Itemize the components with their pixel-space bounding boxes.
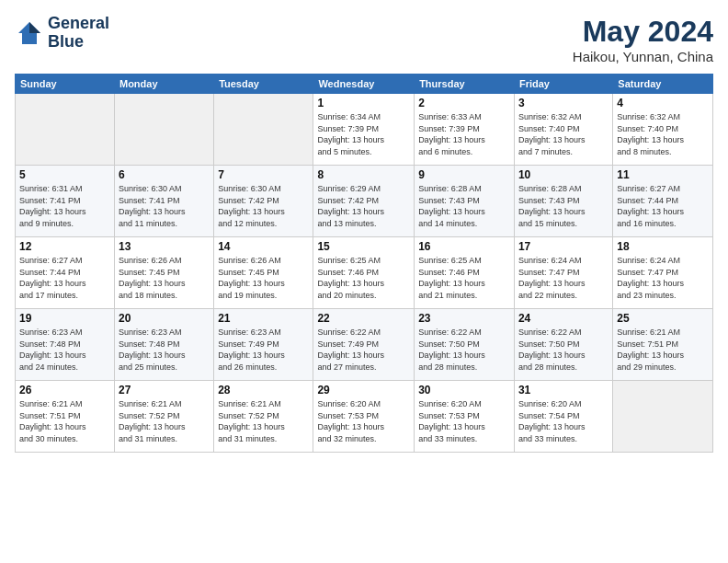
calendar-day-header: Tuesday	[214, 75, 313, 94]
month-year: May 2024	[573, 15, 713, 49]
day-info: Sunrise: 6:22 AM Sunset: 7:50 PM Dayligh…	[418, 327, 510, 373]
day-info: Sunrise: 6:26 AM Sunset: 7:45 PM Dayligh…	[218, 255, 309, 301]
calendar-cell: 7Sunrise: 6:30 AM Sunset: 7:42 PM Daylig…	[214, 166, 313, 237]
day-info: Sunrise: 6:20 AM Sunset: 7:54 PM Dayligh…	[518, 398, 609, 444]
day-number: 20	[119, 312, 210, 325]
day-number: 4	[617, 97, 709, 109]
calendar-cell: 5Sunrise: 6:31 AM Sunset: 7:41 PM Daylig…	[16, 166, 115, 237]
day-info: Sunrise: 6:30 AM Sunset: 7:42 PM Dayligh…	[218, 183, 309, 229]
calendar-cell	[16, 94, 115, 166]
location: Haikou, Yunnan, China	[573, 49, 713, 64]
calendar-cell: 14Sunrise: 6:26 AM Sunset: 7:45 PM Dayli…	[214, 237, 313, 309]
day-info: Sunrise: 6:25 AM Sunset: 7:46 PM Dayligh…	[317, 255, 410, 301]
day-number: 16	[418, 240, 510, 253]
day-number: 24	[518, 312, 609, 325]
calendar-day-header: Monday	[114, 75, 213, 94]
day-number: 30	[418, 384, 510, 396]
day-number: 28	[218, 384, 309, 396]
calendar-cell: 10Sunrise: 6:28 AM Sunset: 7:43 PM Dayli…	[514, 166, 612, 237]
day-info: Sunrise: 6:28 AM Sunset: 7:43 PM Dayligh…	[418, 183, 510, 229]
calendar-cell: 19Sunrise: 6:23 AM Sunset: 7:48 PM Dayli…	[16, 309, 115, 381]
calendar-page: General Blue May 2024 Haikou, Yunnan, Ch…	[0, 0, 728, 563]
day-info: Sunrise: 6:32 AM Sunset: 7:40 PM Dayligh…	[617, 111, 709, 157]
day-info: Sunrise: 6:30 AM Sunset: 7:41 PM Dayligh…	[119, 183, 210, 229]
calendar-cell: 23Sunrise: 6:22 AM Sunset: 7:50 PM Dayli…	[415, 309, 515, 381]
day-number: 21	[218, 312, 309, 325]
calendar-day-header: Wednesday	[313, 75, 415, 94]
calendar-cell: 29Sunrise: 6:20 AM Sunset: 7:53 PM Dayli…	[313, 381, 415, 453]
day-number: 31	[518, 384, 609, 396]
day-info: Sunrise: 6:21 AM Sunset: 7:51 PM Dayligh…	[19, 398, 110, 444]
day-info: Sunrise: 6:24 AM Sunset: 7:47 PM Dayligh…	[518, 255, 609, 301]
day-number: 1	[317, 97, 410, 109]
calendar-cell: 1Sunrise: 6:34 AM Sunset: 7:39 PM Daylig…	[313, 94, 415, 166]
day-info: Sunrise: 6:20 AM Sunset: 7:53 PM Dayligh…	[317, 398, 410, 444]
calendar-cell: 22Sunrise: 6:22 AM Sunset: 7:49 PM Dayli…	[313, 309, 415, 381]
day-info: Sunrise: 6:22 AM Sunset: 7:50 PM Dayligh…	[518, 327, 609, 373]
calendar-cell: 6Sunrise: 6:30 AM Sunset: 7:41 PM Daylig…	[114, 166, 213, 237]
day-info: Sunrise: 6:29 AM Sunset: 7:42 PM Dayligh…	[317, 183, 410, 229]
calendar-cell	[613, 381, 713, 453]
calendar-cell: 15Sunrise: 6:25 AM Sunset: 7:46 PM Dayli…	[313, 237, 415, 309]
calendar-day-header: Friday	[514, 75, 612, 94]
day-number: 5	[19, 168, 110, 181]
day-info: Sunrise: 6:33 AM Sunset: 7:39 PM Dayligh…	[418, 111, 510, 157]
calendar-cell: 8Sunrise: 6:29 AM Sunset: 7:42 PM Daylig…	[313, 166, 415, 237]
day-number: 9	[418, 168, 510, 181]
day-info: Sunrise: 6:23 AM Sunset: 7:48 PM Dayligh…	[19, 327, 110, 373]
day-number: 6	[119, 168, 210, 181]
calendar-cell: 25Sunrise: 6:21 AM Sunset: 7:51 PM Dayli…	[613, 309, 713, 381]
day-info: Sunrise: 6:28 AM Sunset: 7:43 PM Dayligh…	[518, 183, 609, 229]
calendar-cell: 9Sunrise: 6:28 AM Sunset: 7:43 PM Daylig…	[415, 166, 515, 237]
calendar-table: SundayMondayTuesdayWednesdayThursdayFrid…	[15, 74, 713, 453]
day-info: Sunrise: 6:34 AM Sunset: 7:39 PM Dayligh…	[317, 111, 410, 157]
calendar-cell: 30Sunrise: 6:20 AM Sunset: 7:53 PM Dayli…	[415, 381, 515, 453]
calendar-cell: 2Sunrise: 6:33 AM Sunset: 7:39 PM Daylig…	[415, 94, 515, 166]
calendar-cell: 20Sunrise: 6:23 AM Sunset: 7:48 PM Dayli…	[114, 309, 213, 381]
day-info: Sunrise: 6:27 AM Sunset: 7:44 PM Dayligh…	[617, 183, 709, 229]
day-number: 19	[19, 312, 110, 325]
day-info: Sunrise: 6:23 AM Sunset: 7:49 PM Dayligh…	[218, 327, 309, 373]
calendar-cell: 11Sunrise: 6:27 AM Sunset: 7:44 PM Dayli…	[613, 166, 713, 237]
calendar-cell: 12Sunrise: 6:27 AM Sunset: 7:44 PM Dayli…	[16, 237, 115, 309]
calendar-cell: 31Sunrise: 6:20 AM Sunset: 7:54 PM Dayli…	[514, 381, 612, 453]
calendar-cell: 26Sunrise: 6:21 AM Sunset: 7:51 PM Dayli…	[16, 381, 115, 453]
header: General Blue May 2024 Haikou, Yunnan, Ch…	[15, 15, 713, 64]
calendar-cell: 3Sunrise: 6:32 AM Sunset: 7:40 PM Daylig…	[514, 94, 612, 166]
day-number: 18	[617, 240, 709, 253]
day-number: 3	[518, 97, 609, 109]
day-number: 15	[317, 240, 410, 253]
calendar-day-header: Sunday	[16, 75, 115, 94]
calendar-week-row: 5Sunrise: 6:31 AM Sunset: 7:41 PM Daylig…	[16, 166, 713, 237]
title-block: May 2024 Haikou, Yunnan, China	[573, 15, 713, 64]
day-number: 7	[218, 168, 309, 181]
day-info: Sunrise: 6:23 AM Sunset: 7:48 PM Dayligh…	[119, 327, 210, 373]
calendar-cell: 21Sunrise: 6:23 AM Sunset: 7:49 PM Dayli…	[214, 309, 313, 381]
day-info: Sunrise: 6:21 AM Sunset: 7:51 PM Dayligh…	[617, 327, 709, 373]
calendar-cell	[114, 94, 213, 166]
calendar-week-row: 26Sunrise: 6:21 AM Sunset: 7:51 PM Dayli…	[16, 381, 713, 453]
day-number: 2	[418, 97, 510, 109]
day-info: Sunrise: 6:26 AM Sunset: 7:45 PM Dayligh…	[119, 255, 210, 301]
day-info: Sunrise: 6:31 AM Sunset: 7:41 PM Dayligh…	[19, 183, 110, 229]
logo-icon	[15, 18, 44, 48]
logo: General Blue	[15, 15, 109, 52]
day-number: 8	[317, 168, 410, 181]
day-number: 13	[119, 240, 210, 253]
day-info: Sunrise: 6:24 AM Sunset: 7:47 PM Dayligh…	[617, 255, 709, 301]
calendar-cell: 17Sunrise: 6:24 AM Sunset: 7:47 PM Dayli…	[514, 237, 612, 309]
day-number: 22	[317, 312, 410, 325]
day-number: 12	[19, 240, 110, 253]
calendar-cell: 28Sunrise: 6:21 AM Sunset: 7:52 PM Dayli…	[214, 381, 313, 453]
calendar-week-row: 19Sunrise: 6:23 AM Sunset: 7:48 PM Dayli…	[16, 309, 713, 381]
day-info: Sunrise: 6:27 AM Sunset: 7:44 PM Dayligh…	[19, 255, 110, 301]
day-number: 23	[418, 312, 510, 325]
calendar-week-row: 1Sunrise: 6:34 AM Sunset: 7:39 PM Daylig…	[16, 94, 713, 166]
day-number: 10	[518, 168, 609, 181]
calendar-cell: 18Sunrise: 6:24 AM Sunset: 7:47 PM Dayli…	[613, 237, 713, 309]
day-number: 25	[617, 312, 709, 325]
day-info: Sunrise: 6:32 AM Sunset: 7:40 PM Dayligh…	[518, 111, 609, 157]
day-info: Sunrise: 6:25 AM Sunset: 7:46 PM Dayligh…	[418, 255, 510, 301]
calendar-cell: 4Sunrise: 6:32 AM Sunset: 7:40 PM Daylig…	[613, 94, 713, 166]
day-info: Sunrise: 6:20 AM Sunset: 7:53 PM Dayligh…	[418, 398, 510, 444]
